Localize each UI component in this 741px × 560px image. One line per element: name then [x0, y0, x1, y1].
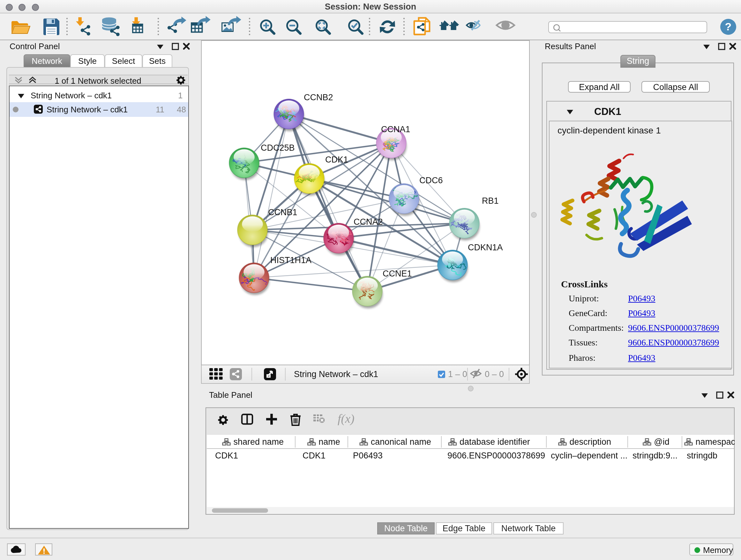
svg-text:f(x): f(x): [337, 412, 354, 426]
svg-text:HIST1H1A: HIST1H1A: [270, 255, 311, 265]
svg-text:shared name: shared name: [233, 437, 283, 447]
svg-text:CDKN1A: CDKN1A: [468, 243, 502, 252]
svg-text:stringdb: stringdb: [686, 451, 717, 460]
svg-text:?: ?: [725, 20, 732, 33]
svg-text:namespace: namespace: [695, 437, 734, 447]
svg-text:cyclin–dependent ...: cyclin–dependent ...: [550, 451, 627, 460]
svg-text:0 – 0: 0 – 0: [484, 369, 503, 379]
svg-text:CDC25B: CDC25B: [260, 143, 294, 152]
svg-text:CDC6: CDC6: [419, 176, 443, 185]
svg-text:CCNA2: CCNA2: [353, 217, 383, 227]
svg-text:name: name: [318, 437, 340, 447]
svg-text:CCNE1: CCNE1: [382, 269, 412, 278]
svg-text:RB1: RB1: [482, 196, 498, 206]
svg-text:canonical name: canonical name: [370, 437, 431, 447]
svg-text:stringdb:9...: stringdb:9...: [632, 451, 677, 460]
svg-text:database identifier: database identifier: [459, 437, 530, 447]
svg-text:String Network – cdk1: String Network – cdk1: [293, 369, 378, 379]
svg-text:P06493: P06493: [353, 451, 382, 460]
svg-text:description: description: [569, 437, 611, 447]
svg-text:CDK1: CDK1: [215, 451, 238, 460]
svg-text:9606.ENSP00000378699: 9606.ENSP00000378699: [447, 451, 545, 460]
svg-text:CCNB2: CCNB2: [304, 92, 333, 102]
svg-text:CDK1: CDK1: [325, 155, 348, 165]
svg-text:1 – 0: 1 – 0: [448, 369, 467, 379]
svg-text:@id: @id: [654, 437, 669, 447]
svg-text:CCNB1: CCNB1: [268, 207, 297, 217]
svg-text:CDK1: CDK1: [302, 451, 325, 460]
svg-text:CCNA1: CCNA1: [381, 125, 410, 134]
